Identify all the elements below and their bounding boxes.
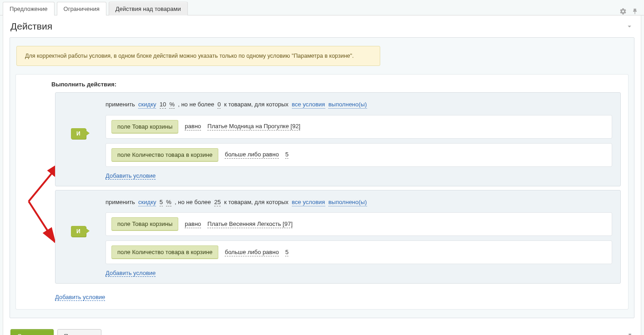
panel-head: Действия [3, 15, 641, 35]
panel-body: Для корректной работы условия, в одном б… [10, 37, 634, 318]
pin-icon[interactable] [631, 8, 639, 15]
condition-operator[interactable]: больше либо равно [225, 249, 279, 256]
field-pill[interactable]: поле Товар корзины [111, 120, 178, 134]
field-pill[interactable]: поле Товар корзины [111, 217, 178, 231]
all-conditions[interactable]: все условия [292, 101, 325, 109]
condition-value[interactable]: Платье Модница на Прогулке [92] [207, 123, 300, 130]
max-value[interactable]: 25 [214, 199, 221, 206]
field-pill[interactable]: поле Количество товара в корзине [111, 245, 218, 259]
rules-col: И применить скидку 10 % , но не более 0 … [55, 92, 621, 301]
tab-icons [619, 5, 644, 15]
word-to-items: к товарам, для которых [224, 101, 289, 108]
gear-icon[interactable] [619, 8, 627, 15]
tab-offer[interactable]: Предложение [3, 2, 55, 15]
action-block-1: И применить скидку 10 % , но не более 0 … [55, 92, 621, 186]
all-conditions[interactable]: все условия [292, 199, 325, 206]
discount-value[interactable]: 5 [160, 199, 163, 206]
word-apply: применить [106, 101, 135, 108]
action-block-2: И применить скидку 5 % , но не более 25 … [55, 190, 621, 284]
collapse-icon[interactable] [625, 22, 634, 30]
condition-row: поле Товар корзины равно Платье Модница … [106, 115, 612, 139]
svg-line-1 [29, 201, 55, 242]
tab-actions[interactable]: Действия над товарами [109, 2, 188, 15]
rules-outer: Выполнить действия: [15, 74, 629, 310]
notice: Для корректной работы условия, в одном б… [16, 46, 380, 66]
condition-value[interactable]: Платье Весенняя Легкость [97] [207, 220, 292, 228]
condition-row: поле Товар корзины равно Платье Весенняя… [106, 212, 612, 236]
condition-value[interactable]: 5 [285, 249, 288, 256]
condition-row: поле Количество товара в корзине больше … [106, 143, 612, 167]
word-but-not-more: , но не более [175, 199, 211, 205]
rules-title: Выполнить действия: [51, 81, 621, 88]
add-condition[interactable]: Добавить условие [106, 270, 156, 277]
page: Предложение Ограничения Действия над тов… [0, 0, 644, 335]
discount-value[interactable]: 10 [160, 101, 166, 109]
discount-type[interactable]: скидку [138, 199, 156, 206]
action-head-1: применить скидку 10 % , но не более 0 к … [106, 99, 612, 110]
fulfilled[interactable]: выполнено(ы) [328, 101, 367, 109]
rules-area: И применить скидку 10 % , но не более 0 … [23, 92, 621, 301]
action-head-2: применить скидку 5 % , но не более 25 к … [106, 197, 612, 208]
condition-operator[interactable]: равно [185, 123, 201, 130]
panel: Действия Для корректной работы условия, … [3, 15, 641, 335]
condition-operator[interactable]: больше либо равно [225, 151, 279, 159]
word-to-items: к товарам, для которых [224, 199, 289, 205]
discount-unit[interactable]: % [166, 199, 171, 206]
condition-value[interactable]: 5 [285, 151, 288, 159]
max-value[interactable]: 0 [217, 101, 221, 109]
field-pill[interactable]: поле Количество товара в корзине [111, 148, 218, 162]
apply-button[interactable]: Применить [57, 329, 101, 335]
fulfilled[interactable]: выполнено(ы) [328, 199, 367, 206]
and-badge[interactable]: И [71, 226, 86, 237]
condition-row: поле Количество товара в корзине больше … [106, 240, 612, 264]
discount-type[interactable]: скидку [138, 101, 156, 109]
save-button[interactable]: Сохранить [10, 329, 54, 335]
and-badge[interactable]: И [71, 128, 86, 139]
panel-title: Действия [10, 21, 52, 32]
word-but-not-more: , но не более [178, 101, 214, 108]
word-apply: применить [106, 199, 135, 205]
tab-row: Предложение Ограничения Действия над тов… [0, 0, 644, 15]
footer: Сохранить Применить [3, 325, 641, 335]
add-condition[interactable]: Добавить условие [106, 172, 156, 180]
pin-icon-footer[interactable] [626, 333, 634, 335]
tab-limits[interactable]: Ограничения [57, 2, 106, 15]
discount-unit[interactable]: % [169, 101, 175, 109]
condition-operator[interactable]: равно [185, 220, 201, 228]
add-action-block[interactable]: Добавить условие [55, 294, 105, 301]
